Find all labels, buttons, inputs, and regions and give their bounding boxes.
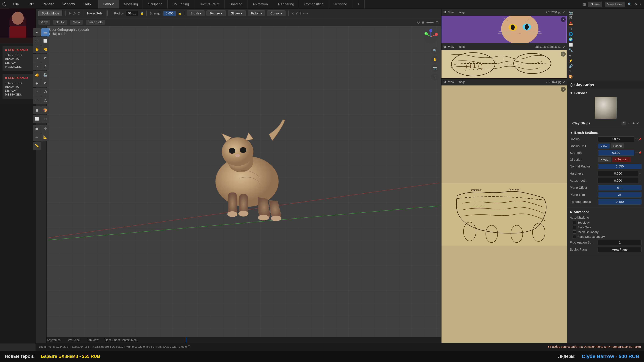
props-subtract-btn[interactable]: − Subtract [612,157,631,162]
menu-file[interactable]: File [9,0,23,8]
tool-boundary[interactable]: ⬡ [41,88,49,96]
props-radius-link-icon[interactable]: ↔ [635,138,638,141]
props-normal-radius-value[interactable]: 1.550 [598,164,642,169]
tool-thumb[interactable]: 👍 [33,71,41,79]
props-strength-value[interactable]: 0.600 [598,150,634,156]
props-strength-link-icon[interactable]: ↔ [635,151,638,154]
menu-render[interactable]: Render [38,0,58,8]
props-radius-value[interactable]: 58 px [598,136,634,142]
props-tip-roundness-value[interactable]: 0.180 [598,199,642,205]
tool-pose[interactable]: 🦾 [41,71,49,79]
mirror-icon[interactable]: ⟺ [303,11,308,15]
tool-mask[interactable]: ◼ [33,106,41,114]
props-advanced-arrow[interactable]: ▶ [570,210,572,214]
vp-pan[interactable]: ✋ [431,56,439,63]
props-strength-pin-icon[interactable]: 📌 [638,151,642,154]
props-radius-pin-icon[interactable]: 📌 [638,138,642,141]
props-hardness-link-icon[interactable]: ↔ [639,172,642,175]
props-view-btn[interactable]: View [598,143,610,148]
vp-camera[interactable]: 📷 [431,64,439,72]
stroke-dropdown[interactable]: Stroke ▾ [228,10,246,16]
axis-y-icon[interactable]: Y [296,12,298,15]
tool-clay-strips[interactable]: ▬ [41,28,49,36]
vp-xray-icon[interactable]: ◫ [436,20,439,24]
texture-dropdown[interactable]: Texture ▾ [206,10,226,16]
props-icon-material[interactable]: 🎨 [568,75,643,79]
vp-view-btn[interactable]: View [38,20,50,25]
vp-zoom-in[interactable]: 🔍 [431,47,439,54]
brush-duplicate-icon[interactable]: ⊕ [632,122,635,125]
props-icon-modifier[interactable]: 🔧 [568,48,643,52]
anatomy-ref-1-maximize[interactable]: ⤢ [563,45,565,48]
tool-pinch[interactable]: 🤏 [41,45,49,53]
tl-action-context[interactable]: Dope Sheet Context Menu [105,339,138,342]
props-plane-trim-value[interactable]: 25 [598,192,642,198]
vp-sculpt-btn[interactable]: Sculpt [53,20,67,25]
tool-slide-relax[interactable]: ↔ [33,88,41,96]
tool-face-set-paint[interactable]: 🎨 [41,106,49,114]
props-icon-output[interactable]: 📤 [568,21,643,25]
props-topology-checkbox[interactable] [573,221,576,224]
info-icon[interactable]: ℹ [640,2,641,6]
props-icon-constraints[interactable]: 🔗 [568,64,643,68]
face-sets-button[interactable]: Face Sets [83,9,106,18]
tab-modeling[interactable]: Modeling [119,0,143,8]
menu-help[interactable]: Help [79,0,95,8]
anatomy-ref-1-close[interactable]: ✕ [561,51,566,56]
props-icon-camera[interactable]: 📷 [568,11,643,15]
anatomy-ref-2-maximize[interactable]: ⤢ [563,80,565,84]
props-sculpt-plane-value[interactable]: Area Plane [598,247,642,252]
radius-input[interactable]: 58 px [126,11,138,16]
tab-shading[interactable]: Shading [224,0,248,8]
tool-inflate[interactable]: ⊕ [33,54,41,62]
props-propagation-value[interactable]: 1 [598,240,642,245]
radius-lock-icon[interactable]: 🔒 [140,12,144,15]
tool-nudge[interactable]: ◈ [33,79,41,87]
tab-layout[interactable]: Layout [98,0,119,8]
tool-annotate-line[interactable]: 📐 [41,133,49,141]
props-icon-world[interactable]: 🌍 [568,37,643,41]
sculpt-mode-dropdown[interactable]: Sculpt Mode [38,10,62,16]
tab-compositing[interactable]: Compositing [299,0,328,8]
tool-rotate[interactable]: ↺ [41,79,49,87]
tab-scripting[interactable]: Scripting [329,0,352,8]
tool-box-trim[interactable]: ⬜ [33,115,41,123]
props-brushes-arrow[interactable]: ▼ [570,91,573,95]
tab-uv-editing[interactable]: UV Editing [168,0,194,8]
props-face-sets-checkbox[interactable] [573,226,576,229]
menu-edit[interactable]: Edit [23,0,38,8]
vp-mask-btn[interactable]: Mask [70,20,83,25]
view-layer-dropdown[interactable]: View Layer [605,1,625,7]
props-add-btn[interactable]: + Add [598,157,611,162]
axis-x-icon[interactable]: X [292,12,294,15]
props-scene-btn[interactable]: Scene [611,143,624,148]
props-icon-physics[interactable]: ⚡ [568,59,643,63]
anatomy-ref-2-view-btn[interactable]: View [448,80,454,84]
props-brush-settings-arrow[interactable]: ▼ [570,131,573,134]
props-hardness-value[interactable]: 0.000 [598,171,638,176]
tool-cloth[interactable]: 〰 [33,96,41,104]
props-icon-object[interactable]: ⬜ [568,43,643,47]
props-autosmooth-link-icon[interactable]: ↔ [639,179,642,182]
props-face-sets-boundary-checkbox[interactable] [573,235,576,238]
props-icon-data[interactable]: ◻ [568,69,643,73]
tab-rendering[interactable]: Rendering [273,0,299,8]
axis-z-icon[interactable]: Z [300,12,302,15]
tab-texture-paint[interactable]: Texture Paint [194,0,224,8]
tool-annotate[interactable]: ✏ [33,133,41,141]
tool-grab[interactable]: ✋ [33,45,41,53]
tab-sculpting[interactable]: Sculpting [143,0,168,8]
cursor-dropdown[interactable]: Cursor ▾ [267,10,286,16]
falloff-dropdown[interactable]: Falloff ▾ [248,10,265,16]
scene-dropdown[interactable]: Scene [588,1,602,7]
engine-dropdown[interactable]: ▦ [583,2,586,6]
brush-delete-icon[interactable]: ✕ [636,122,639,125]
tab-add[interactable]: + [352,0,364,8]
tool-flatten[interactable]: ⬜ [41,37,49,45]
tool-measure[interactable]: 📏 [33,142,41,150]
vp-grid[interactable]: ⊞ [431,73,439,81]
tool-blob[interactable]: ⊗ [41,54,49,62]
anatomy-ref-1-view-btn[interactable]: View [448,45,454,48]
tool-smooth[interactable]: ◌ [33,37,41,45]
cat-ref-view-btn[interactable]: View [448,11,454,14]
